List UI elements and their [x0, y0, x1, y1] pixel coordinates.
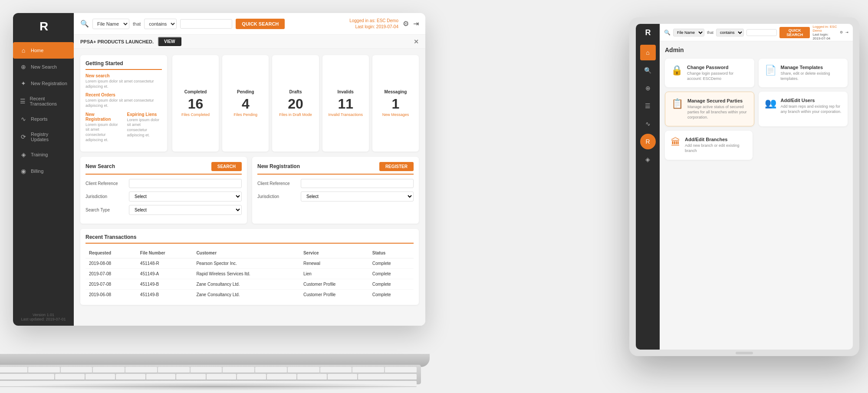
quick-search-button[interactable]: QUICK SEARCH	[236, 19, 285, 29]
transactions-title: Recent Transactions	[85, 234, 414, 244]
register-button[interactable]: REGISTER	[379, 162, 414, 171]
laptop-keyboard	[0, 365, 421, 384]
admin-card-add-edit-branches[interactable]: 🏛 Add/Edit Branches Add new branch or ed…	[665, 131, 753, 159]
tablet-sidebar-admin[interactable]: R	[640, 134, 656, 149]
version-text: Version 1.01	[21, 313, 66, 317]
tablet-sidebar-registration[interactable]: ⊕	[640, 80, 656, 96]
key	[320, 367, 352, 373]
table-row: 2019-06-08451149-BZane Consultancy Ltd.C…	[85, 289, 414, 300]
stat-sublabel-drafts: Files in Draft Mode	[279, 112, 312, 117]
stat-label-messaging: Messaging	[385, 89, 407, 94]
tablet-sidebar-reports[interactable]: ∿	[640, 116, 656, 132]
stat-card-invalids: Invalids 11 Invalid Transactions	[322, 55, 369, 152]
reg-client-ref-label: Client Reference	[257, 181, 296, 186]
key	[328, 374, 357, 380]
page-content: Getting Started New search Lorem ipsum d…	[74, 49, 425, 326]
main-content: 🔍 File Name that contains QUICK SEARCH L…	[74, 13, 425, 326]
tablet-file-name-select[interactable]: File Name	[673, 29, 704, 36]
tablet-sidebar-transactions[interactable]: ☰	[640, 98, 656, 114]
search-button[interactable]: SEARCH	[211, 162, 242, 171]
cell-service: Customer Profile	[300, 289, 369, 300]
search-type-select[interactable]: Select	[129, 205, 242, 215]
sidebar-item-new-search[interactable]: ⊕ New Search	[13, 59, 74, 75]
key	[55, 374, 85, 380]
tablet-logout-icon[interactable]: ⇥	[845, 30, 848, 34]
tablet-search-icon: 🔍	[664, 30, 671, 36]
cell-file_number: 451149-B	[137, 279, 193, 289]
key	[297, 374, 327, 380]
reg-jurisdiction-select[interactable]: Select	[301, 192, 414, 201]
admin-card-manage-templates[interactable]: 📄 Manage Templates Share, edit or delete…	[759, 59, 848, 87]
admin-card-secured-parties[interactable]: 📋 Manage Secured Parties Manage active s…	[665, 92, 754, 126]
tablet-sidebar-search[interactable]: 🔍	[640, 63, 656, 78]
tablet-main: 🔍 File Name that contains QUICK SEARCH	[660, 24, 853, 350]
col-service: Service	[300, 248, 369, 258]
manage-templates-desc: Share, edit or delete existing templates…	[781, 71, 842, 81]
sidebar-item-training[interactable]: ◈ Training	[13, 146, 74, 163]
reg-client-ref-row: Client Reference	[257, 179, 414, 188]
sidebar-item-registry-updates[interactable]: ⟳ Registry Updates	[13, 127, 74, 146]
key	[93, 367, 125, 373]
admin-card-users-content: Add/Edit Users Add team reps and existin…	[781, 98, 842, 114]
new-registration-link[interactable]: New Registration	[85, 112, 121, 122]
tablet-home-button[interactable]	[736, 352, 753, 354]
tablet-screen: R ⌂ 🔍 ⊕ ☰ ∿ R ◈ 🔍 File Name	[636, 24, 853, 350]
sidebar-item-new-registration[interactable]: ✦ New Registration	[13, 75, 74, 92]
admin-card-change-password-content: Change Password Change login password fo…	[687, 65, 748, 81]
form-sections: New Search SEARCH Client Reference Juris…	[80, 157, 419, 224]
notification-view-button[interactable]: VIEW	[158, 37, 181, 46]
sidebar-item-recent-transactions[interactable]: ☰ Recent Transactions	[13, 92, 74, 111]
tablet-search-input[interactable]	[746, 29, 777, 36]
recent-transactions-card: Recent Transactions Requested File Numbe…	[80, 229, 419, 305]
settings-icon[interactable]: ⚙	[403, 20, 409, 28]
admin-card-add-edit-users[interactable]: 👥 Add/Edit Users Add team reps and exist…	[759, 92, 848, 126]
logout-icon[interactable]: ⇥	[413, 20, 419, 28]
client-ref-input[interactable]	[129, 179, 242, 188]
stat-sublabel-completed: Files Completed	[181, 112, 210, 117]
key-wide	[358, 374, 417, 380]
sidebar-item-home[interactable]: ⌂ Home	[13, 42, 74, 59]
key	[125, 367, 157, 373]
notification-close-icon[interactable]: ✕	[414, 38, 419, 45]
recent-orders-link[interactable]: Recent Orders	[85, 92, 162, 97]
stat-label-drafts: Drafts	[289, 89, 302, 94]
tablet-sidebar-home[interactable]: ⌂	[640, 45, 656, 60]
tablet-app: R ⌂ 🔍 ⊕ ☰ ∿ R ◈ 🔍 File Name	[636, 24, 853, 350]
admin-card-branches-content: Add/Edit Branches Add new branch or edit…	[685, 137, 746, 153]
admin-card-change-password[interactable]: 🔒 Change Password Change login password …	[665, 59, 754, 87]
key	[85, 374, 115, 380]
key-wide	[0, 374, 54, 380]
tablet-logged-in: Logged in: ESC Demo Last login: 2019-07-…	[812, 25, 837, 40]
new-search-link[interactable]: New search	[85, 73, 162, 78]
secured-parties-title: Manage Secured Parties	[687, 98, 748, 103]
notification-bar: PPSA+ PRODUCTS LAUNCHED. VIEW ✕	[74, 35, 425, 49]
sidebar-item-reports[interactable]: ∿ Reports	[13, 111, 74, 127]
tablet-settings-icon[interactable]: ⚙	[840, 30, 843, 34]
new-search-form-title: New Search	[85, 163, 115, 169]
secured-parties-icon: 📋	[671, 98, 683, 109]
search-type-row: Search Type Select	[85, 205, 242, 215]
reg-client-ref-input[interactable]	[301, 179, 414, 188]
expiring-liens-link[interactable]: Expiring Liens	[127, 112, 162, 117]
jurisdiction-select[interactable]: Select	[129, 192, 242, 201]
tablet-quick-search-button[interactable]: QUICK SEARCH	[779, 27, 810, 38]
col-requested: Requested	[85, 248, 137, 258]
stat-card-drafts: Drafts 20 Files in Draft Mode	[272, 55, 319, 152]
key	[223, 367, 254, 373]
search-input[interactable]	[180, 19, 232, 29]
tablet-contains-select[interactable]: contains	[716, 29, 744, 36]
tablet-topbar-right: Logged in: ESC Demo Last login: 2019-07-…	[812, 25, 848, 40]
add-edit-branches-title: Add/Edit Branches	[685, 137, 746, 142]
sidebar-item-billing[interactable]: ◉ Billing	[13, 163, 74, 179]
tablet-sidebar-training[interactable]: ◈	[640, 152, 656, 167]
logged-in-label: Logged in as: ESC Demo	[349, 18, 398, 24]
cell-service: Renewal	[300, 258, 369, 268]
table-row: 2019-07-08451149-ARapid Wireless Service…	[85, 268, 414, 279]
new-registration-form-title: New Registration	[257, 163, 300, 169]
cell-requested: 2019-07-08	[85, 279, 137, 289]
file-name-select[interactable]: File Name	[92, 19, 129, 29]
table-row: 2019-07-08451149-BZane Consultancy Ltd.C…	[85, 279, 414, 289]
contains-select[interactable]: contains	[144, 19, 177, 29]
col-customer: Customer	[193, 248, 300, 258]
cell-customer: Zane Consultancy Ltd.	[193, 279, 300, 289]
